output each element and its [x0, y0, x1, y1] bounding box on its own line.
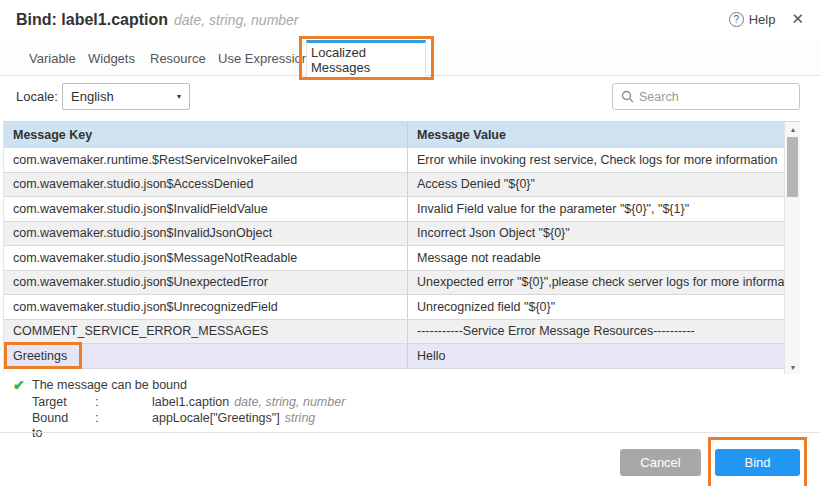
- tab-bar: Variable Widgets Resource Use Expression…: [0, 40, 820, 76]
- message-key-cell: com.wavemaker.studio.json$InvalidFieldVa…: [4, 202, 407, 216]
- message-value-cell: Incorrect Json Object "${0}": [407, 222, 784, 246]
- chevron-down-icon: ▾: [177, 92, 181, 101]
- messages-table: Message Key Message Value com.wavemaker.…: [3, 121, 800, 374]
- page-title-types: date, string, number: [174, 12, 299, 28]
- message-value-cell: Access Denied "${0}": [407, 173, 784, 197]
- message-key-cell: com.wavemaker.studio.json$InvalidJsonObj…: [4, 226, 407, 240]
- header-actions: ? Help ✕: [729, 10, 806, 28]
- tab-resource[interactable]: Resource: [146, 40, 210, 76]
- cancel-button[interactable]: Cancel: [620, 449, 701, 476]
- close-icon[interactable]: ✕: [789, 10, 806, 28]
- search-input[interactable]: [639, 90, 800, 104]
- table-row-partial: [4, 369, 784, 374]
- vertical-scrollbar[interactable]: ▲ ▼: [784, 122, 800, 374]
- target-row: Target : label1.captiondate, string, num…: [32, 395, 345, 411]
- message-key-cell: com.wavemaker.studio.json$UnexpectedErro…: [4, 275, 407, 289]
- table-row[interactable]: com.wavemaker.studio.json$MessageNotRead…: [4, 246, 784, 271]
- locale-select[interactable]: English ▾: [62, 83, 190, 110]
- scroll-down-icon[interactable]: ▼: [785, 360, 801, 374]
- message-key-cell: com.wavemaker.studio.json$MessageNotRead…: [4, 251, 407, 265]
- table-row[interactable]: com.wavemaker.studio.json$AccessDenied A…: [4, 173, 784, 198]
- dialog-footer: Cancel Bind: [0, 433, 820, 486]
- bound-to-value-text: appLocale["Greetings"]: [152, 411, 280, 425]
- table-row[interactable]: com.wavemaker.runtime.$RestServiceInvoke…: [4, 148, 784, 173]
- message-value-cell: Unrecognized field "${0}": [407, 295, 784, 319]
- bind-status-text: The message can be bound: [32, 378, 187, 392]
- table-header-row: Message Key Message Value: [4, 122, 784, 148]
- tab-localized-messages[interactable]: Localized Messages: [306, 40, 426, 77]
- search-icon: [621, 90, 634, 103]
- message-key-cell: Greetings: [4, 349, 407, 363]
- check-icon: ✔: [13, 377, 25, 393]
- page-title-text: Bind: label1.caption: [16, 11, 168, 28]
- message-key-cell: com.wavemaker.runtime.$RestServiceInvoke…: [4, 153, 407, 167]
- tab-widgets[interactable]: Widgets: [84, 40, 139, 76]
- bind-dialog: Bind: label1.captiondate, string, number…: [0, 0, 820, 486]
- page-title: Bind: label1.captiondate, string, number: [16, 11, 299, 29]
- locale-label: Locale:: [16, 89, 58, 104]
- table-row[interactable]: COMMENT_SERVICE_ERROR_MESSAGES ---------…: [4, 320, 784, 345]
- tab-variable[interactable]: Variable: [25, 40, 80, 76]
- target-label: Target: [32, 395, 78, 411]
- table-row[interactable]: com.wavemaker.studio.json$InvalidJsonObj…: [4, 222, 784, 247]
- scroll-up-icon[interactable]: ▲: [785, 122, 801, 136]
- message-key-cell: com.wavemaker.studio.json$AccessDenied: [4, 177, 407, 191]
- table-row[interactable]: com.wavemaker.studio.json$UnrecognizedFi…: [4, 295, 784, 320]
- message-value-cell: Invalid Field value for the parameter "$…: [407, 197, 784, 221]
- help-label: Help: [749, 12, 776, 27]
- message-key-cell: com.wavemaker.studio.json$UnrecognizedFi…: [4, 300, 407, 314]
- message-value-cell: Error while invoking rest service, Check…: [407, 148, 784, 172]
- search-box[interactable]: [612, 83, 800, 110]
- help-button[interactable]: ? Help: [729, 12, 776, 27]
- target-colon: :: [78, 395, 116, 411]
- target-value-text: label1.caption: [152, 395, 229, 409]
- column-header-message-value[interactable]: Message Value: [407, 122, 784, 147]
- scrollbar-thumb[interactable]: [787, 137, 798, 197]
- tab-use-expression[interactable]: Use Expression: [214, 40, 313, 76]
- bind-button[interactable]: Bind: [715, 449, 800, 476]
- column-header-message-key[interactable]: Message Key: [4, 128, 407, 142]
- bound-to-type: string: [285, 411, 316, 425]
- message-value-cell: Unexpected error "${0}",please check ser…: [407, 271, 784, 295]
- message-key-cell: COMMENT_SERVICE_ERROR_MESSAGES: [4, 324, 407, 338]
- target-types: date, string, number: [234, 395, 345, 409]
- message-value-cell: -----------Service Error Message Resourc…: [407, 320, 784, 344]
- dialog-header: Bind: label1.captiondate, string, number…: [0, 0, 820, 40]
- table-row-selected-greetings[interactable]: Greetings Hello: [4, 344, 784, 369]
- table-scroll-area: Message Key Message Value com.wavemaker.…: [3, 122, 784, 374]
- target-value: label1.captiondate, string, number: [152, 395, 345, 411]
- toolbar: Locale: English ▾: [0, 77, 820, 117]
- message-value-cell: Hello: [407, 344, 784, 368]
- table-row[interactable]: com.wavemaker.studio.json$InvalidFieldVa…: [4, 197, 784, 222]
- message-value-cell: Message not readable: [407, 246, 784, 270]
- locale-selected-value: English: [71, 89, 114, 104]
- table-row[interactable]: com.wavemaker.studio.json$UnexpectedErro…: [4, 271, 784, 296]
- help-icon: ?: [729, 12, 744, 27]
